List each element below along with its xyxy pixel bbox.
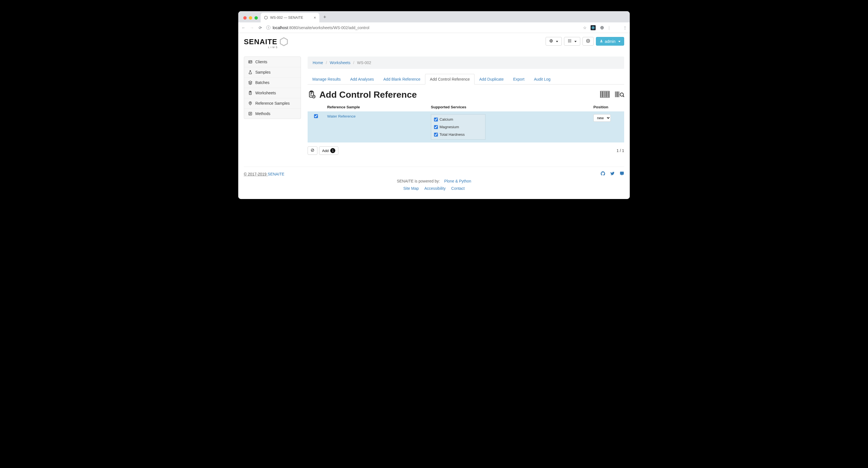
page-title: Add Control Reference (308, 90, 417, 100)
sidebar-label: Methods (255, 111, 271, 116)
minimize-window-icon[interactable] (249, 16, 252, 20)
tab-audit-log[interactable]: Audit Log (529, 74, 555, 84)
maximize-window-icon[interactable] (254, 16, 258, 20)
service-item[interactable]: Calcium (431, 116, 485, 123)
svg-rect-12 (569, 40, 570, 41)
svg-rect-42 (618, 91, 618, 97)
svg-rect-28 (601, 91, 601, 97)
user-menu[interactable]: admin (596, 37, 624, 46)
table-row: Water Reference Calcium Magnesium Total … (308, 111, 624, 143)
copyright-link[interactable]: SENAITE (268, 172, 284, 176)
svg-point-44 (620, 93, 624, 96)
tab-export[interactable]: Export (508, 74, 529, 84)
cancel-icon (311, 148, 314, 153)
sidebar-item-methods[interactable]: Methods (244, 109, 301, 119)
tab-manage-results[interactable]: Manage Results (308, 74, 345, 84)
github-icon[interactable] (601, 171, 605, 177)
favicon-icon (264, 16, 268, 20)
clipboard-icon (248, 91, 252, 95)
service-checkbox[interactable] (434, 118, 438, 121)
browser-window: WS-002 — SENAITE × + ← → ⟳ i localhost:8… (238, 11, 630, 199)
layers-icon (248, 80, 252, 85)
col-reference-sample: Reference Sample (324, 103, 428, 111)
tab-add-duplicate[interactable]: Add Duplicate (474, 74, 508, 84)
barcode-search-icon[interactable] (615, 91, 624, 98)
sitemap-link[interactable]: Site Map (403, 186, 418, 191)
svg-rect-36 (608, 91, 608, 97)
bookmark-icon[interactable]: ☆ (583, 26, 587, 30)
breadcrumb-current: WS-002 (357, 60, 371, 65)
sidebar-item-reference-samples[interactable]: Reference Samples (244, 98, 301, 109)
service-item[interactable]: Total Hardness (431, 131, 485, 138)
svg-point-1 (593, 27, 593, 28)
reference-sample-link[interactable]: Water Reference (327, 114, 356, 118)
logo-text: SENAITE (244, 37, 277, 46)
new-tab-button[interactable]: + (319, 14, 329, 22)
chat-icon[interactable] (620, 171, 624, 177)
add-button[interactable]: Add 1 (319, 146, 338, 155)
powered-link[interactable]: Plone & Python (444, 179, 471, 183)
sidebar-label: Clients (255, 60, 267, 64)
service-item[interactable]: Magnesium (431, 123, 485, 131)
extension-icon[interactable] (599, 25, 604, 30)
svg-rect-30 (602, 91, 603, 97)
url-path: :8080/senaite/worksheets/WS-002/add_cont… (288, 26, 369, 30)
svg-rect-11 (568, 40, 569, 41)
tab-add-control-reference[interactable]: Add Control Reference (425, 74, 474, 85)
app-topbar: SENAITE LIMS (238, 33, 630, 49)
sidebar-label: Reference Samples (255, 101, 290, 106)
svg-rect-39 (615, 91, 616, 97)
svg-rect-33 (605, 91, 606, 97)
tab-add-analyses[interactable]: Add Analyses (345, 74, 379, 84)
twitter-icon[interactable] (610, 171, 615, 177)
page-title-text: Add Control Reference (319, 90, 417, 100)
sidebar-item-worksheets[interactable]: Worksheets (244, 88, 301, 98)
clear-selection-button[interactable] (308, 146, 317, 155)
copyright-prefix: © 2017-2019 (244, 172, 268, 176)
action-row: Add 1 1 / 1 (308, 146, 624, 155)
barcode-icon[interactable] (600, 91, 610, 98)
breadcrumb-separator: / (353, 60, 354, 65)
browser-tab[interactable]: WS-002 — SENAITE × (260, 13, 319, 22)
service-checkbox[interactable] (434, 125, 438, 129)
browser-actions: ☆ | ⋮ (583, 25, 627, 30)
sidebar-item-batches[interactable]: Batches (244, 78, 301, 88)
apps-menu[interactable] (564, 37, 580, 46)
tab-add-blank-reference[interactable]: Add Blank Reference (379, 74, 425, 84)
copyright: © 2017-2019 SENAITE (244, 172, 284, 176)
breadcrumb-parent[interactable]: Worksheets (330, 60, 350, 65)
row-select-checkbox[interactable] (314, 114, 318, 118)
position-select[interactable]: new (593, 114, 611, 122)
service-checkbox[interactable] (434, 133, 438, 137)
sidebar-item-clients[interactable]: Clients (244, 57, 301, 67)
svg-rect-13 (570, 40, 571, 41)
close-tab-icon[interactable]: × (314, 16, 316, 20)
svg-line-47 (312, 149, 313, 151)
language-menu[interactable] (546, 37, 562, 46)
sidebar-item-samples[interactable]: Samples (244, 67, 301, 78)
sidebar-label: Worksheets (255, 91, 276, 95)
service-label: Total Hardness (440, 133, 465, 137)
grid-icon (568, 39, 571, 44)
svg-marker-6 (280, 38, 287, 46)
site-info-icon[interactable]: i (266, 26, 271, 30)
sidebar-label: Batches (255, 80, 270, 85)
contact-link[interactable]: Contact (451, 186, 465, 191)
svg-point-19 (249, 61, 250, 62)
breadcrumb-home[interactable]: Home (313, 60, 323, 65)
react-devtools-icon[interactable] (591, 25, 596, 30)
url-field[interactable]: i localhost:8080/senaite/worksheets/WS-0… (266, 26, 580, 30)
title-actions (600, 91, 624, 98)
svg-rect-15 (569, 42, 570, 42)
close-window-icon[interactable] (243, 16, 247, 20)
accessibility-link[interactable]: Accessibility (424, 186, 445, 191)
settings-button[interactable] (583, 37, 594, 46)
profile-avatar[interactable] (614, 25, 619, 30)
browser-menu-icon[interactable]: ⋮ (623, 26, 627, 30)
powered-prefix: SENAITE is powered by: (397, 179, 440, 183)
forward-button[interactable]: → (249, 26, 254, 30)
logo[interactable]: SENAITE LIMS (244, 37, 288, 49)
back-button[interactable]: ← (241, 26, 246, 30)
reload-button[interactable]: ⟳ (258, 26, 263, 30)
pagination-text: 1 / 1 (617, 148, 624, 153)
